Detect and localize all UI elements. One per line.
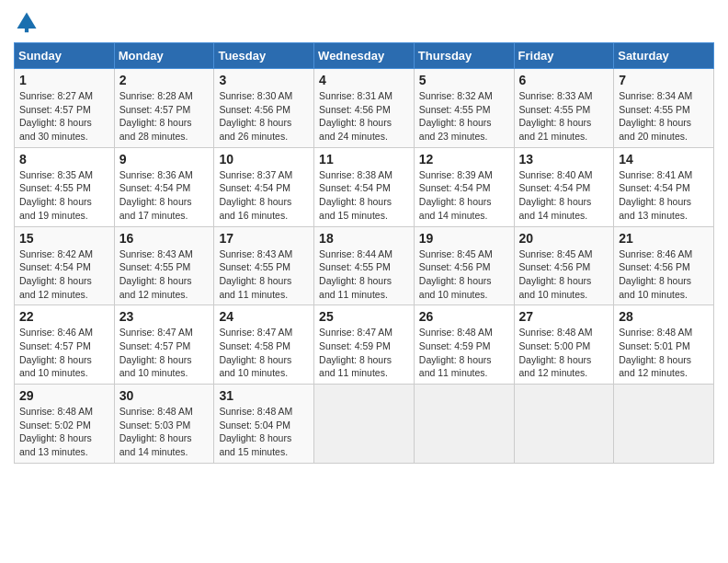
- cell-content: Sunrise: 8:45 AM Sunset: 4:56 PM Dayligh…: [519, 247, 609, 302]
- cell-content: Sunrise: 8:48 AM Sunset: 5:02 PM Dayligh…: [19, 405, 109, 459]
- day-number: 29: [19, 388, 109, 403]
- calendar-cell: 7 Sunrise: 8:34 AM Sunset: 4:55 PM Dayli…: [614, 69, 714, 148]
- cell-content: Sunrise: 8:47 AM Sunset: 4:58 PM Dayligh…: [219, 326, 309, 380]
- day-number: 6: [519, 73, 609, 87]
- day-number: 13: [519, 152, 609, 167]
- calendar-cell: 25 Sunrise: 8:47 AM Sunset: 4:59 PM Dayl…: [314, 305, 415, 385]
- cell-content: Sunrise: 8:48 AM Sunset: 5:01 PM Dayligh…: [619, 326, 709, 380]
- day-header-wednesday: Wednesday: [314, 43, 415, 69]
- week-row-5: 29 Sunrise: 8:48 AM Sunset: 5:02 PM Dayl…: [15, 385, 714, 464]
- day-number: 14: [619, 152, 709, 167]
- day-number: 24: [219, 309, 309, 324]
- cell-content: Sunrise: 8:35 AM Sunset: 4:55 PM Dayligh…: [19, 168, 109, 223]
- cell-content: Sunrise: 8:44 AM Sunset: 4:55 PM Dayligh…: [319, 247, 409, 302]
- calendar-cell: 1 Sunrise: 8:27 AM Sunset: 4:57 PM Dayli…: [15, 69, 115, 148]
- calendar-cell: 14 Sunrise: 8:41 AM Sunset: 4:54 PM Dayl…: [614, 147, 714, 226]
- cell-content: Sunrise: 8:48 AM Sunset: 5:00 PM Dayligh…: [519, 326, 609, 380]
- week-row-1: 1 Sunrise: 8:27 AM Sunset: 4:57 PM Dayli…: [15, 69, 714, 148]
- day-header-thursday: Thursday: [414, 43, 514, 69]
- cell-content: Sunrise: 8:30 AM Sunset: 4:56 PM Dayligh…: [219, 89, 309, 144]
- svg-rect-1: [25, 28, 28, 33]
- week-row-3: 15 Sunrise: 8:42 AM Sunset: 4:54 PM Dayl…: [15, 226, 714, 305]
- day-number: 5: [419, 73, 509, 87]
- calendar-container: SundayMondayTuesdayWednesdayThursdayFrid…: [0, 0, 728, 477]
- day-number: 16: [119, 231, 210, 246]
- cell-content: Sunrise: 8:27 AM Sunset: 4:57 PM Dayligh…: [19, 89, 109, 144]
- cell-content: Sunrise: 8:37 AM Sunset: 4:54 PM Dayligh…: [219, 168, 309, 223]
- calendar-table: SundayMondayTuesdayWednesdayThursdayFrid…: [14, 42, 714, 464]
- calendar-cell: 12 Sunrise: 8:39 AM Sunset: 4:54 PM Dayl…: [414, 147, 514, 226]
- header: [14, 9, 714, 35]
- cell-content: Sunrise: 8:34 AM Sunset: 4:55 PM Dayligh…: [619, 89, 709, 144]
- week-row-4: 22 Sunrise: 8:46 AM Sunset: 4:57 PM Dayl…: [15, 305, 714, 385]
- day-header-saturday: Saturday: [614, 43, 714, 69]
- day-number: 31: [219, 388, 309, 403]
- cell-content: Sunrise: 8:33 AM Sunset: 4:55 PM Dayligh…: [519, 89, 609, 144]
- day-number: 3: [219, 73, 309, 87]
- cell-content: Sunrise: 8:36 AM Sunset: 4:54 PM Dayligh…: [119, 168, 210, 223]
- day-number: 2: [119, 73, 210, 87]
- calendar-cell: [614, 385, 714, 464]
- calendar-cell: [514, 385, 614, 464]
- calendar-cell: 21 Sunrise: 8:46 AM Sunset: 4:56 PM Dayl…: [614, 226, 714, 305]
- calendar-cell: 8 Sunrise: 8:35 AM Sunset: 4:55 PM Dayli…: [15, 147, 115, 226]
- day-number: 15: [19, 231, 109, 246]
- calendar-cell: [414, 385, 514, 464]
- cell-content: Sunrise: 8:31 AM Sunset: 4:56 PM Dayligh…: [319, 89, 409, 144]
- day-number: 4: [319, 73, 409, 87]
- calendar-cell: 2 Sunrise: 8:28 AM Sunset: 4:57 PM Dayli…: [114, 69, 214, 148]
- day-header-sunday: Sunday: [15, 43, 115, 69]
- day-number: 10: [219, 152, 309, 167]
- day-number: 25: [319, 309, 409, 324]
- calendar-cell: 23 Sunrise: 8:47 AM Sunset: 4:57 PM Dayl…: [114, 305, 214, 385]
- calendar-cell: 5 Sunrise: 8:32 AM Sunset: 4:55 PM Dayli…: [414, 69, 514, 148]
- cell-content: Sunrise: 8:47 AM Sunset: 4:59 PM Dayligh…: [319, 326, 409, 380]
- cell-content: Sunrise: 8:39 AM Sunset: 4:54 PM Dayligh…: [419, 168, 509, 223]
- day-header-monday: Monday: [114, 43, 214, 69]
- day-number: 28: [619, 309, 709, 324]
- calendar-header: SundayMondayTuesdayWednesdayThursdayFrid…: [15, 43, 714, 69]
- day-number: 17: [219, 231, 309, 246]
- day-header-tuesday: Tuesday: [214, 43, 314, 69]
- calendar-cell: 6 Sunrise: 8:33 AM Sunset: 4:55 PM Dayli…: [514, 69, 614, 148]
- calendar-cell: 31 Sunrise: 8:48 AM Sunset: 5:04 PM Dayl…: [214, 385, 314, 464]
- calendar-cell: 22 Sunrise: 8:46 AM Sunset: 4:57 PM Dayl…: [15, 305, 115, 385]
- day-number: 11: [319, 152, 409, 167]
- calendar-cell: 4 Sunrise: 8:31 AM Sunset: 4:56 PM Dayli…: [314, 69, 415, 148]
- cell-content: Sunrise: 8:48 AM Sunset: 5:04 PM Dayligh…: [219, 405, 309, 459]
- day-number: 21: [619, 231, 709, 246]
- day-number: 8: [19, 152, 109, 167]
- calendar-cell: 13 Sunrise: 8:40 AM Sunset: 4:54 PM Dayl…: [514, 147, 614, 226]
- day-number: 23: [119, 309, 210, 324]
- calendar-cell: 26 Sunrise: 8:48 AM Sunset: 4:59 PM Dayl…: [414, 305, 514, 385]
- cell-content: Sunrise: 8:46 AM Sunset: 4:56 PM Dayligh…: [619, 247, 709, 302]
- calendar-cell: 16 Sunrise: 8:43 AM Sunset: 4:55 PM Dayl…: [114, 226, 214, 305]
- day-number: 30: [119, 388, 210, 403]
- calendar-cell: 24 Sunrise: 8:47 AM Sunset: 4:58 PM Dayl…: [214, 305, 314, 385]
- cell-content: Sunrise: 8:41 AM Sunset: 4:54 PM Dayligh…: [619, 168, 709, 223]
- cell-content: Sunrise: 8:43 AM Sunset: 4:55 PM Dayligh…: [219, 247, 309, 302]
- calendar-cell: 15 Sunrise: 8:42 AM Sunset: 4:54 PM Dayl…: [15, 226, 115, 305]
- cell-content: Sunrise: 8:45 AM Sunset: 4:56 PM Dayligh…: [419, 247, 509, 302]
- cell-content: Sunrise: 8:40 AM Sunset: 4:54 PM Dayligh…: [519, 168, 609, 223]
- day-number: 20: [519, 231, 609, 246]
- cell-content: Sunrise: 8:28 AM Sunset: 4:57 PM Dayligh…: [119, 89, 210, 144]
- cell-content: Sunrise: 8:43 AM Sunset: 4:55 PM Dayligh…: [119, 247, 210, 302]
- calendar-cell: 9 Sunrise: 8:36 AM Sunset: 4:54 PM Dayli…: [114, 147, 214, 226]
- calendar-cell: 30 Sunrise: 8:48 AM Sunset: 5:03 PM Dayl…: [114, 385, 214, 464]
- header-row: SundayMondayTuesdayWednesdayThursdayFrid…: [15, 43, 714, 69]
- calendar-cell: 3 Sunrise: 8:30 AM Sunset: 4:56 PM Dayli…: [214, 69, 314, 148]
- cell-content: Sunrise: 8:46 AM Sunset: 4:57 PM Dayligh…: [19, 326, 109, 380]
- day-number: 27: [519, 309, 609, 324]
- cell-content: Sunrise: 8:42 AM Sunset: 4:54 PM Dayligh…: [19, 247, 109, 302]
- calendar-cell: 29 Sunrise: 8:48 AM Sunset: 5:02 PM Dayl…: [15, 385, 115, 464]
- calendar-cell: [314, 385, 415, 464]
- calendar-cell: 10 Sunrise: 8:37 AM Sunset: 4:54 PM Dayl…: [214, 147, 314, 226]
- day-number: 18: [319, 231, 409, 246]
- cell-content: Sunrise: 8:48 AM Sunset: 5:03 PM Dayligh…: [119, 405, 210, 459]
- calendar-body: 1 Sunrise: 8:27 AM Sunset: 4:57 PM Dayli…: [15, 69, 714, 464]
- calendar-cell: 27 Sunrise: 8:48 AM Sunset: 5:00 PM Dayl…: [514, 305, 614, 385]
- calendar-cell: 17 Sunrise: 8:43 AM Sunset: 4:55 PM Dayl…: [214, 226, 314, 305]
- day-number: 19: [419, 231, 509, 246]
- day-number: 26: [419, 309, 509, 324]
